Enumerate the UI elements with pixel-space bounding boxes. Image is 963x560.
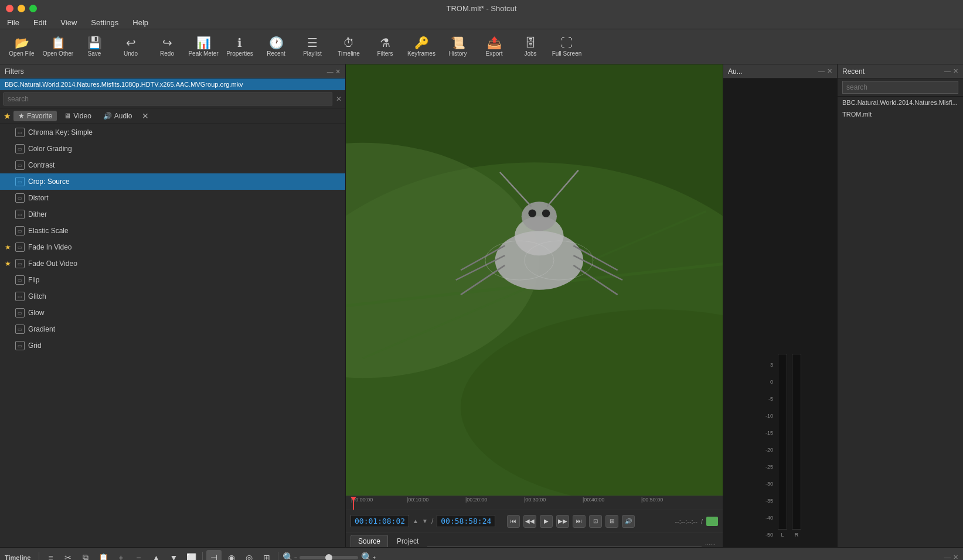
skip-to-end-button[interactable]: ⏭ <box>573 515 586 528</box>
filters-minimize-icon[interactable]: — <box>327 68 334 75</box>
video-timeline-ruler[interactable]: |00:00:00 |00:10:00 |00:20:00 |00:30:00 … <box>346 496 723 510</box>
timeline-zoom-in-button[interactable]: 🔍+ <box>360 550 376 561</box>
step-forward-button[interactable]: ▶▶ <box>556 515 569 528</box>
toggle-play-mode-button[interactable]: ⊡ <box>589 515 602 528</box>
ruler-mark: |00:10:00 <box>407 497 428 503</box>
filters-clear-button[interactable]: ✕ <box>139 111 151 121</box>
video-preview <box>346 64 723 496</box>
fullscreen-button[interactable]: ⛶ Full Screen <box>550 31 584 63</box>
filters-search-clear-icon[interactable]: ✕ <box>336 95 342 103</box>
peak-meter-button[interactable]: 📊 Peak Meter <box>186 31 220 63</box>
timeline-button[interactable]: ⏱ Timeline <box>332 31 366 63</box>
menu-help[interactable]: Help <box>130 18 151 27</box>
filters-search-input[interactable] <box>4 93 332 105</box>
audio-close-icon[interactable]: ✕ <box>827 67 832 75</box>
current-timecode[interactable]: 00:01:08:02 <box>351 515 409 527</box>
timeline-zoom-fit-button[interactable]: ⊞ <box>259 550 274 561</box>
filters-close-icon[interactable]: ✕ <box>335 68 341 75</box>
filter-item-distort[interactable]: ▭ Distort <box>0 190 345 206</box>
timeline-overwrite-button[interactable]: ▼ <box>166 550 181 561</box>
keyframes-button[interactable]: 🔑 Keyframes <box>404 31 438 63</box>
audio-meter-display: 3 0 -5 -10 -15 -20 -25 -30 -35 -40 -50 <box>723 78 837 547</box>
filter-type-icon: ▭ <box>15 325 25 334</box>
menu-edit[interactable]: Edit <box>31 18 49 27</box>
timecode-up-icon[interactable]: ▲ <box>413 518 418 524</box>
titlebar: TROM.mlt* - Shotcut <box>0 0 963 16</box>
open-other-button[interactable]: 📋 Open Other <box>41 31 75 63</box>
tab-source[interactable]: Source <box>351 535 388 547</box>
save-button[interactable]: 💾 Save <box>77 31 111 63</box>
history-button[interactable]: 📜 History <box>441 31 475 63</box>
filter-tab-video[interactable]: 🖥 Video <box>59 111 96 121</box>
timeline-paste-button[interactable]: 📋 <box>96 550 111 561</box>
audio-minimize-icon[interactable]: — <box>818 67 825 75</box>
menu-file[interactable]: File <box>5 18 22 27</box>
play-button[interactable]: ▶ <box>540 515 553 528</box>
timeline-ripple-button[interactable]: ◉ <box>224 550 239 561</box>
audio-header-controls: — ✕ <box>818 67 832 75</box>
filter-tab-audio[interactable]: 🔊 Audio <box>98 111 137 121</box>
properties-button[interactable]: ℹ Properties <box>223 31 257 63</box>
timeline-ripple-all-button[interactable]: ◎ <box>241 550 257 561</box>
filter-item-dither[interactable]: ▭ Dither <box>0 206 345 223</box>
filter-item-crop-source[interactable]: ▭ Crop: Source <box>0 173 345 190</box>
maximize-button[interactable] <box>29 5 37 12</box>
filters-button[interactable]: ⚗ Filters <box>368 31 402 63</box>
timeline-zoom-out-button[interactable]: 🔍− <box>282 550 297 561</box>
timeline-zoom-slider[interactable] <box>300 556 358 559</box>
svg-point-18 <box>542 210 550 217</box>
filter-item-glitch[interactable]: ▭ Glitch <box>0 288 345 305</box>
tab-project[interactable]: Project <box>389 535 426 547</box>
skip-to-start-button[interactable]: ⏮ <box>507 515 520 528</box>
recent-item-trom[interactable]: TROM.mlt <box>838 108 963 120</box>
peak-meter-icon: 📊 <box>196 37 211 49</box>
toggle-grid-button[interactable]: ⊞ <box>605 515 618 528</box>
timeline-close-icon[interactable]: ✕ <box>953 554 958 560</box>
recent-close-icon[interactable]: ✕ <box>953 67 958 75</box>
filter-item-glow[interactable]: ▭ Glow <box>0 305 345 321</box>
filter-item-chroma-key[interactable]: ▭ Chroma Key: Simple <box>0 124 345 141</box>
timeline-replace-button[interactable]: ⬜ <box>183 550 199 561</box>
timecode-down-icon[interactable]: ▼ <box>422 518 428 524</box>
recent-icon: 🕐 <box>269 37 284 49</box>
menu-view[interactable]: View <box>58 18 79 27</box>
export-button[interactable]: 📤 Export <box>477 31 511 63</box>
filters-star-icon[interactable]: ★ <box>4 111 11 121</box>
timeline-snap-button[interactable]: ⊣ <box>206 550 222 561</box>
close-button[interactable] <box>6 5 13 12</box>
volume-button[interactable]: 🔊 <box>622 515 635 528</box>
filters-search-row: ✕ <box>0 90 345 108</box>
open-file-button[interactable]: 📂 Open File <box>5 31 39 63</box>
timeline-panel-title: Timeline <box>5 554 30 561</box>
recent-items-list: BBC.Natural.World.2014.Natures.Misfi... … <box>838 97 963 120</box>
recent-minimize-icon[interactable]: — <box>944 67 951 75</box>
timeline-lift-button[interactable]: ▲ <box>148 550 164 561</box>
step-back-button[interactable]: ◀◀ <box>523 515 536 528</box>
filter-item-color-grading[interactable]: ▭ Color Grading <box>0 141 345 157</box>
timeline-copy-button[interactable]: ⧉ <box>78 550 93 561</box>
filter-item-grid[interactable]: ▭ Grid <box>0 337 345 354</box>
timeline-cut-button[interactable]: ✂ <box>60 550 76 561</box>
filter-tab-favorite[interactable]: ★ Favorite <box>13 111 57 121</box>
redo-button[interactable]: ↪ Redo <box>150 31 184 63</box>
timeline-remove-button[interactable]: − <box>131 550 146 561</box>
recent-button[interactable]: 🕐 Recent <box>259 31 293 63</box>
menu-settings[interactable]: Settings <box>89 18 121 27</box>
recent-search-input[interactable] <box>842 81 958 94</box>
filter-item-flip[interactable]: ▭ Flip <box>0 272 345 288</box>
filter-item-fade-out-video[interactable]: ★ ▭ Fade Out Video <box>0 255 345 272</box>
filter-item-gradient[interactable]: ▭ Gradient <box>0 321 345 337</box>
filter-item-contrast[interactable]: ▭ Contrast <box>0 157 345 173</box>
filter-item-elastic-scale[interactable]: ▭ Elastic Scale <box>0 223 345 239</box>
filter-type-icon: ▭ <box>15 275 25 285</box>
recent-item-bbc[interactable]: BBC.Natural.World.2014.Natures.Misfi... <box>838 97 963 108</box>
timeline-add-button[interactable]: + <box>113 550 128 561</box>
minimize-button[interactable] <box>18 5 25 12</box>
playlist-button[interactable]: ☰ Playlist <box>295 31 329 63</box>
filter-item-fade-in-video[interactable]: ★ ▭ Fade In Video <box>0 239 345 255</box>
timeline-menu-button[interactable]: ≡ <box>43 550 58 561</box>
undo-button[interactable]: ↩ Undo <box>114 31 148 63</box>
toolbar-divider <box>39 552 39 561</box>
jobs-button[interactable]: 🗄 Jobs <box>513 31 547 63</box>
timeline-minimize-icon[interactable]: — <box>944 554 951 560</box>
